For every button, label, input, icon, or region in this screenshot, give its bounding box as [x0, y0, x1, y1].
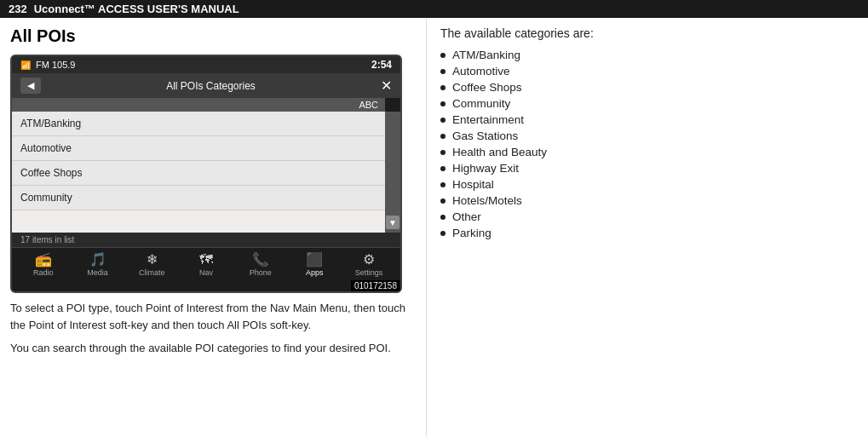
page-number: 232 — [9, 3, 27, 15]
list-item[interactable]: Coffee Shops — [12, 161, 385, 186]
poi-list-area: ATM/Banking Automotive Coffee Shops Comm… — [12, 112, 400, 233]
bullet-icon — [440, 53, 445, 58]
categories-list: ATM/BankingAutomotiveCoffee ShopsCommuni… — [440, 47, 854, 241]
bullet-icon — [440, 182, 445, 187]
device-nav-buttons: 📻 Radio 🎵 Media ❄ Climate 🗺 Nav 📞 — [12, 247, 400, 280]
apps-nav-button[interactable]: ⬛ Apps — [291, 251, 338, 277]
bullet-icon — [440, 231, 445, 236]
category-label: Entertainment — [452, 113, 524, 126]
nav-label: Nav — [199, 268, 213, 277]
phone-nav-button[interactable]: 📞 Phone — [237, 251, 284, 277]
category-item: Parking — [440, 225, 854, 241]
radio-nav-button[interactable]: 📻 Radio — [20, 251, 66, 277]
device-bottom-status: 17 items in list — [12, 233, 400, 247]
description-1: To select a POI type, touch Point of Int… — [10, 300, 416, 333]
radio-label: FM 105.9 — [36, 60, 75, 70]
category-label: Other — [452, 210, 481, 223]
image-tag: 010172158 — [351, 280, 400, 291]
radio-label: Radio — [33, 268, 54, 277]
media-label: Media — [87, 268, 108, 277]
category-item: Gas Stations — [440, 128, 854, 144]
bullet-icon — [440, 101, 445, 106]
device-nav-bar: ◀ All POIs Categories ✕ — [12, 73, 400, 98]
category-item: Health and Beauty — [440, 144, 854, 160]
device-status-bar: 📶 FM 105.9 2:54 — [12, 56, 400, 73]
status-left: 📶 FM 105.9 — [20, 60, 75, 70]
climate-icon: ❄ — [147, 251, 158, 267]
phone-icon: 📞 — [252, 251, 269, 267]
category-label: Parking — [452, 227, 491, 239]
list-item[interactable]: ATM/Banking — [12, 112, 385, 136]
bullet-icon — [440, 166, 445, 171]
climate-label: Climate — [139, 268, 165, 277]
category-label: Health and Beauty — [452, 146, 547, 158]
poi-list: ATM/Banking Automotive Coffee Shops Comm… — [12, 112, 385, 233]
right-panel: The available categories are: ATM/Bankin… — [426, 18, 868, 437]
radio-icon: 📻 — [35, 251, 52, 267]
category-label: ATM/Banking — [452, 49, 520, 61]
nav-nav-button[interactable]: 🗺 Nav — [182, 252, 229, 277]
page-title: All POIs — [10, 26, 416, 46]
top-bar: 232 Uconnect™ ACCESS USER'S MANUAL — [0, 0, 868, 18]
climate-nav-button[interactable]: ❄ Climate — [129, 251, 175, 277]
nav-icon: 🗺 — [199, 252, 213, 267]
left-panel: All POIs 📶 FM 105.9 2:54 ◀ All POIs Cate… — [0, 18, 426, 437]
bullet-icon — [440, 134, 445, 139]
category-label: Automotive — [452, 65, 510, 78]
bullet-icon — [440, 150, 445, 155]
category-item: Coffee Shops — [440, 79, 854, 95]
categories-intro: The available categories are: — [440, 26, 854, 40]
bullet-icon — [440, 69, 445, 74]
close-button[interactable]: ✕ — [381, 78, 392, 94]
category-label: Community — [452, 97, 510, 110]
apps-icon: ⬛ — [306, 251, 323, 267]
list-item[interactable]: Community — [12, 186, 385, 210]
category-item: Hotels/Motels — [440, 193, 854, 209]
category-label: Hospital — [452, 178, 494, 191]
device-screen: 📶 FM 105.9 2:54 ◀ All POIs Categories ✕ … — [10, 55, 402, 293]
description-2: You can search through the available POI… — [10, 340, 416, 357]
settings-label: Settings — [355, 268, 383, 277]
category-label: Gas Stations — [452, 129, 518, 142]
bullet-icon — [440, 118, 445, 123]
apps-label: Apps — [306, 268, 324, 277]
category-item: Other — [440, 209, 854, 225]
list-item[interactable]: Automotive — [12, 136, 385, 161]
back-button[interactable]: ◀ — [20, 78, 41, 94]
main-content: All POIs 📶 FM 105.9 2:54 ◀ All POIs Cate… — [0, 18, 868, 437]
category-label: Highway Exit — [452, 162, 519, 175]
category-item: ATM/Banking — [440, 47, 854, 63]
scrollbar[interactable]: ▼ — [385, 112, 400, 233]
settings-icon: ⚙ — [363, 251, 375, 267]
category-item: Automotive — [440, 63, 854, 79]
bullet-icon — [440, 198, 445, 204]
signal-icon: 📶 — [20, 60, 31, 70]
bullet-icon — [440, 85, 445, 90]
bullet-icon — [440, 215, 445, 220]
category-label: Hotels/Motels — [452, 194, 522, 207]
category-label: Coffee Shops — [452, 81, 522, 94]
settings-nav-button[interactable]: ⚙ Settings — [346, 251, 393, 277]
phone-label: Phone — [250, 268, 272, 277]
media-icon: 🎵 — [89, 251, 106, 267]
abc-label: ABC — [12, 98, 385, 112]
category-item: Entertainment — [440, 112, 854, 128]
scroll-down-button[interactable]: ▼ — [386, 216, 400, 229]
status-time: 2:54 — [371, 59, 392, 71]
screen-title: All POIs Categories — [166, 80, 256, 92]
manual-title: Uconnect™ ACCESS USER'S MANUAL — [34, 3, 239, 15]
category-item: Community — [440, 95, 854, 112]
category-item: Hospital — [440, 176, 854, 193]
category-item: Highway Exit — [440, 160, 854, 176]
media-nav-button[interactable]: 🎵 Media — [74, 251, 121, 277]
